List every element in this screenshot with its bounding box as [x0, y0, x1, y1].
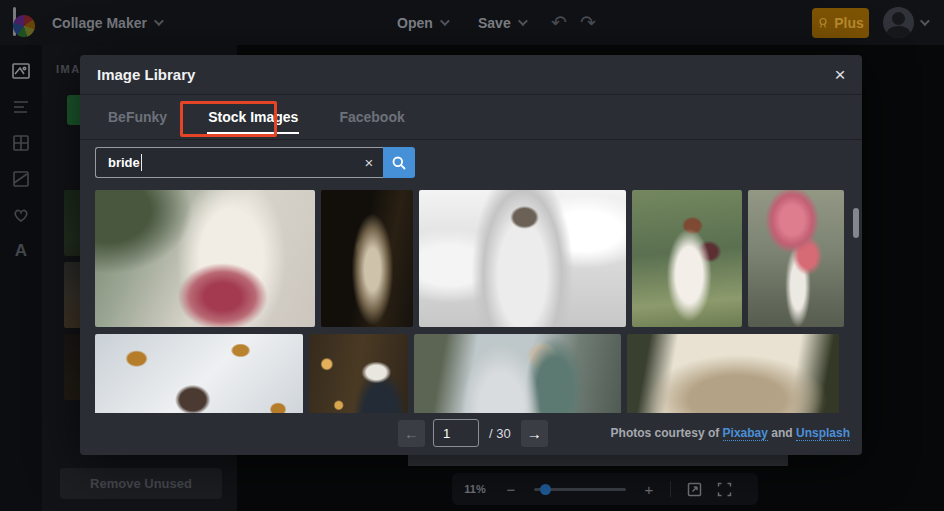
previous-page-button[interactable]: ← [398, 420, 425, 447]
text-cursor [141, 154, 142, 171]
stock-image-result[interactable] [321, 190, 413, 327]
search-row: × [95, 147, 415, 178]
plus-upgrade-button[interactable]: Plus [812, 8, 869, 38]
pixabay-link[interactable]: Pixabay [723, 426, 768, 441]
modal-header: Image Library [80, 55, 862, 95]
undo-button[interactable]: ↶ [551, 0, 567, 45]
chevron-down-icon [518, 16, 528, 26]
zoom-out-button[interactable]: − [498, 481, 524, 498]
zoom-level: 11% [452, 483, 498, 495]
tab-stock-images[interactable]: Stock Images [208, 109, 298, 125]
grid-row [95, 334, 847, 413]
search-icon [391, 155, 407, 171]
top-bar: Collage Maker Open Save ↶ ↷ Plus [0, 0, 944, 45]
stock-image-result[interactable] [95, 190, 315, 327]
collage-canvas-edge [408, 455, 788, 466]
collage-maker-label: Collage Maker [52, 15, 147, 31]
photo-credits: Photos courtesy of Pixabay and Unsplash [611, 426, 850, 440]
stock-image-result[interactable] [414, 334, 621, 413]
medal-icon [817, 17, 829, 29]
image-manager-icon [11, 61, 31, 81]
open-menu[interactable]: Open [397, 0, 447, 45]
stock-image-result[interactable] [748, 190, 844, 327]
stock-image-result[interactable] [309, 334, 408, 413]
arrow-right-icon: → [527, 425, 542, 442]
text-tool-icon: A [15, 241, 27, 261]
stock-image-result[interactable] [627, 334, 839, 413]
stock-image-result[interactable] [95, 334, 303, 413]
close-button[interactable]: × [826, 61, 854, 89]
chevron-down-icon [440, 16, 450, 26]
heart-icon [11, 205, 31, 225]
sidebar-item-patterns[interactable] [11, 97, 31, 117]
search-button[interactable] [383, 147, 415, 178]
stock-image-result[interactable] [632, 190, 742, 327]
save-menu[interactable]: Save [478, 0, 525, 45]
fullscreen-button[interactable] [709, 482, 739, 497]
clear-icon: × [365, 154, 374, 171]
tab-facebook[interactable]: Facebook [339, 109, 404, 125]
page-total: / 30 [489, 426, 511, 441]
redo-icon: ↷ [580, 11, 596, 34]
resize-arrow-icon [687, 482, 702, 497]
tab-befunky[interactable]: BeFunky [108, 109, 167, 125]
collage-maker-menu[interactable]: Collage Maker [52, 0, 161, 45]
sidebar-item-graphics[interactable] [11, 205, 31, 225]
open-label: Open [397, 15, 433, 31]
account-chevron-icon[interactable] [920, 16, 930, 26]
search-input[interactable] [95, 147, 383, 178]
redo-button[interactable]: ↷ [580, 0, 596, 45]
list-lines-icon [11, 97, 31, 117]
grid-row [95, 190, 847, 327]
sidebar-item-image-manager[interactable] [11, 61, 31, 81]
image-library-modal: Image Library × BeFunky Stock Images Fac… [80, 55, 862, 455]
sidebar-item-layouts[interactable] [11, 133, 31, 153]
photo-icon [11, 169, 31, 189]
zoom-slider-handle[interactable] [540, 484, 551, 495]
modal-title: Image Library [97, 66, 195, 83]
close-icon: × [834, 64, 845, 86]
credits-and: and [768, 426, 796, 440]
remove-unused-button[interactable]: Remove Unused [60, 468, 222, 499]
divider [670, 481, 671, 497]
tool-sidebar: A [0, 45, 42, 511]
pagination-bar: ← / 30 → Photos courtesy of Pixabay and … [80, 411, 862, 455]
minus-icon: − [507, 481, 516, 498]
remove-unused-label: Remove Unused [90, 476, 192, 491]
fullscreen-icon [717, 482, 732, 497]
sidebar-item-backgrounds[interactable] [11, 169, 31, 189]
unsplash-link[interactable]: Unsplash [796, 426, 850, 441]
app-window: Collage Maker Open Save ↶ ↷ Plus [0, 0, 944, 511]
avatar[interactable] [883, 7, 914, 38]
image-results-grid [95, 190, 847, 413]
zoom-toolbar: 11% − + [452, 473, 758, 505]
scrollbar-thumb[interactable] [853, 208, 859, 238]
fit-to-screen-button[interactable] [679, 482, 709, 497]
zoom-in-button[interactable]: + [636, 481, 662, 498]
clear-search-button[interactable]: × [355, 147, 383, 178]
next-page-button[interactable]: → [521, 420, 548, 447]
modal-tabs: BeFunky Stock Images Facebook [80, 95, 862, 140]
sidebar-item-text[interactable]: A [11, 241, 31, 261]
undo-icon: ↶ [551, 11, 567, 34]
plus-label: Plus [834, 15, 864, 31]
chevron-down-icon [154, 16, 164, 26]
arrow-left-icon: ← [404, 425, 419, 442]
grid-layout-icon [11, 133, 31, 153]
page-number-input[interactable] [433, 419, 479, 447]
save-label: Save [478, 15, 511, 31]
befunky-logo-icon[interactable] [10, 7, 40, 38]
plus-icon: + [645, 481, 654, 498]
credits-prefix: Photos courtesy of [611, 426, 723, 440]
zoom-slider[interactable] [534, 488, 626, 491]
stock-image-result[interactable] [419, 190, 626, 327]
